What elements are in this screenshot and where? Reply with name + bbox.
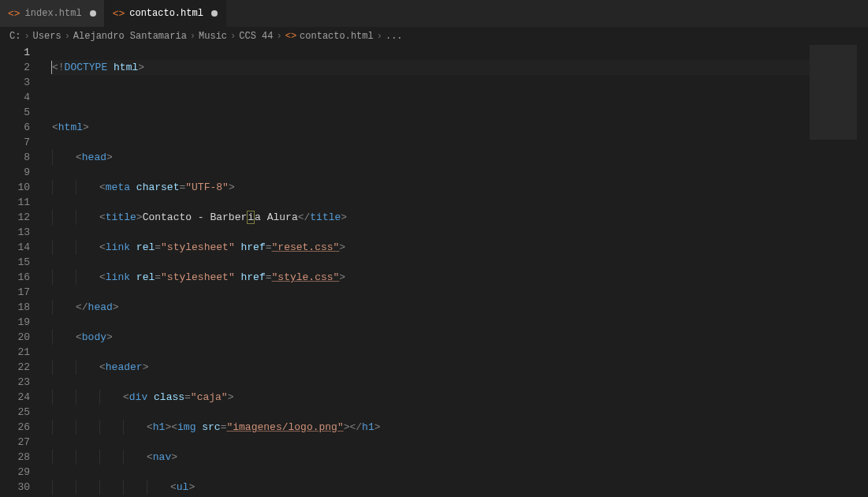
- modified-dot-icon: [90, 10, 96, 17]
- line-number: 11: [0, 195, 30, 210]
- line-number: 6: [0, 120, 30, 135]
- code-line[interactable]: <meta charset="UTF-8">: [52, 180, 810, 195]
- tab-label: contacto.html: [129, 8, 203, 19]
- line-number: 4: [0, 90, 30, 105]
- code-line[interactable]: <header>: [52, 360, 810, 375]
- code-line[interactable]: [52, 90, 810, 105]
- line-number: 5: [0, 105, 30, 120]
- html-file-icon: <>: [8, 8, 20, 20]
- line-number: 19: [0, 315, 30, 330]
- line-number-gutter: 1 2 3 4 5 6 7 8 9 10 11 12 13 14 15 16 1…: [0, 45, 46, 497]
- breadcrumb-part[interactable]: Music: [199, 31, 227, 42]
- minimap-viewport[interactable]: [810, 45, 857, 140]
- code-line[interactable]: <head>: [52, 150, 810, 165]
- breadcrumb-part[interactable]: C:: [9, 31, 20, 42]
- line-number: 2: [0, 60, 30, 75]
- breadcrumb-part[interactable]: Alejandro Santamaria: [73, 31, 187, 42]
- line-number: 23: [0, 375, 30, 390]
- line-number: 27: [0, 435, 30, 450]
- line-number: 10: [0, 180, 30, 195]
- chevron-right-icon: ›: [377, 31, 382, 42]
- code-line[interactable]: <nav>: [52, 450, 810, 465]
- tab-bar: <> index.html <> contacto.html: [0, 0, 868, 28]
- line-number: 24: [0, 390, 30, 405]
- chevron-right-icon: ›: [230, 31, 236, 42]
- breadcrumb-ellipsis[interactable]: ...: [386, 31, 403, 42]
- chevron-right-icon: ›: [277, 31, 282, 42]
- chevron-right-icon: ›: [65, 31, 70, 42]
- code-line[interactable]: <!DOCTYPE html>: [52, 60, 810, 75]
- code-line[interactable]: <body>: [52, 330, 810, 345]
- line-number: 18: [0, 300, 30, 315]
- code-line[interactable]: <div class="caja">: [52, 390, 810, 405]
- line-number: 28: [0, 450, 30, 465]
- vertical-scrollbar[interactable]: [857, 45, 868, 497]
- line-number: 12: [0, 210, 30, 225]
- code-area[interactable]: <!DOCTYPE html> <html> <head> <meta char…: [46, 45, 810, 497]
- html-file-icon: <>: [285, 31, 296, 42]
- line-number: 16: [0, 270, 30, 285]
- breadcrumb-part[interactable]: CCS 44: [239, 31, 273, 42]
- code-line[interactable]: <link rel="stylesheet" href="reset.css">: [52, 240, 810, 255]
- line-number: 14: [0, 240, 30, 255]
- code-line[interactable]: </head>: [52, 300, 810, 315]
- tab-index[interactable]: <> index.html: [0, 0, 105, 27]
- line-number: 13: [0, 225, 30, 240]
- tab-label: index.html: [25, 8, 82, 19]
- line-number: 9: [0, 165, 30, 180]
- line-number: 15: [0, 255, 30, 270]
- code-line[interactable]: <link rel="stylesheet" href="style.css">: [52, 270, 810, 285]
- line-number: 7: [0, 135, 30, 150]
- breadcrumb[interactable]: C: › Users › Alejandro Santamaria › Musi…: [0, 28, 868, 45]
- code-editor[interactable]: 1 2 3 4 5 6 7 8 9 10 11 12 13 14 15 16 1…: [0, 45, 868, 497]
- modified-dot-icon: [211, 10, 218, 17]
- line-number: 26: [0, 420, 30, 435]
- chevron-right-icon: ›: [24, 31, 29, 42]
- line-number: 17: [0, 285, 30, 300]
- line-number: 21: [0, 345, 30, 360]
- line-number: 3: [0, 75, 30, 90]
- breadcrumb-file[interactable]: contacto.html: [300, 31, 374, 42]
- tab-contacto[interactable]: <> contacto.html: [105, 0, 226, 27]
- breadcrumb-part[interactable]: Users: [33, 31, 61, 42]
- line-number: 30: [0, 480, 30, 495]
- code-line[interactable]: <html>: [52, 120, 810, 135]
- line-number: 22: [0, 360, 30, 375]
- code-line[interactable]: <ul>: [52, 480, 810, 495]
- line-number: 25: [0, 405, 30, 420]
- line-number: 29: [0, 465, 30, 480]
- code-line[interactable]: <title>Contacto - Barberia Alura</title>: [52, 210, 810, 225]
- minimap[interactable]: [810, 45, 857, 497]
- line-number: 20: [0, 330, 30, 345]
- code-line[interactable]: <h1><img src="imagenes/logo.png"></h1>: [52, 420, 810, 435]
- chevron-right-icon: ›: [190, 31, 196, 42]
- line-number: 8: [0, 150, 30, 165]
- html-file-icon: <>: [113, 8, 125, 20]
- line-number: 1: [0, 45, 30, 60]
